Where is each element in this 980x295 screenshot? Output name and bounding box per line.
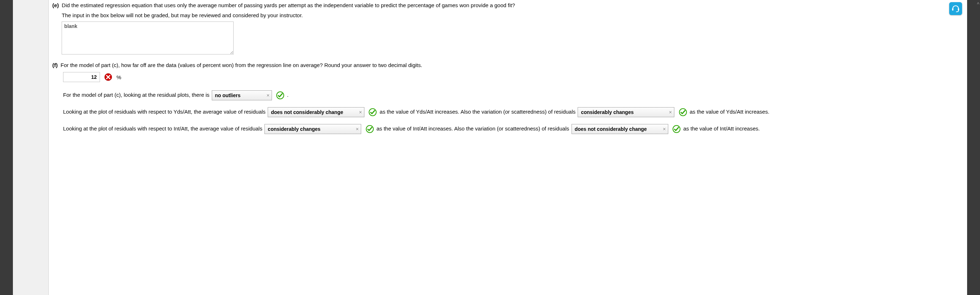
question-e-text: Did the estimated regression equation th… (62, 2, 515, 8)
select-yds-avg[interactable]: does not considerably change (268, 107, 364, 117)
question-e-label: (e) (52, 2, 59, 9)
question-f: (f) For the model of part (c), how far o… (52, 61, 964, 136)
correct-icon (366, 125, 374, 133)
f-line3c: as the value of Int/Att increases. (683, 126, 760, 132)
headset-icon (951, 3, 960, 14)
right-rail (967, 0, 980, 295)
left-rail (0, 0, 13, 295)
wrong-icon (104, 73, 112, 81)
correct-icon (679, 108, 687, 116)
select-outliers[interactable]: no outliers (212, 90, 272, 100)
f-line1-post: . (287, 92, 288, 98)
f-line3a: Looking at the plot of residuals with re… (63, 126, 262, 132)
question-f-label: (f) (52, 61, 58, 69)
scroll-up-caret[interactable]: ^ (977, 2, 979, 7)
essay-input[interactable] (62, 22, 234, 54)
percent-sign: % (116, 74, 121, 80)
left-margin (13, 0, 49, 295)
f-line2c: as the value of Yds/Att increases. (690, 108, 769, 115)
f-line3b: as the value of Int/Att increases. Also … (377, 126, 570, 132)
f-line2b: as the value of Yds/Att increases. Also … (380, 108, 576, 115)
f-line1-pre: For the model of part (c), looking at th… (63, 92, 210, 98)
correct-icon (276, 91, 284, 99)
question-f-text: For the model of part (c), how far off a… (60, 62, 422, 68)
select-int-var[interactable]: does not considerably change (571, 124, 668, 134)
select-yds-var[interactable]: considerably changes (578, 107, 675, 117)
question-e-note: The input in the box below will not be g… (62, 11, 964, 19)
select-int-avg[interactable]: considerably changes (264, 124, 361, 134)
question-e: (e) Did the estimated regression equatio… (52, 2, 964, 56)
page-content: (e) Did the estimated regression equatio… (49, 0, 967, 295)
help-button[interactable] (949, 2, 962, 15)
percent-input[interactable] (63, 72, 100, 82)
correct-icon (369, 108, 377, 116)
correct-icon (673, 125, 681, 133)
svg-rect-7 (952, 8, 953, 11)
f-line2a: Looking at the plot of residuals with re… (63, 108, 266, 115)
